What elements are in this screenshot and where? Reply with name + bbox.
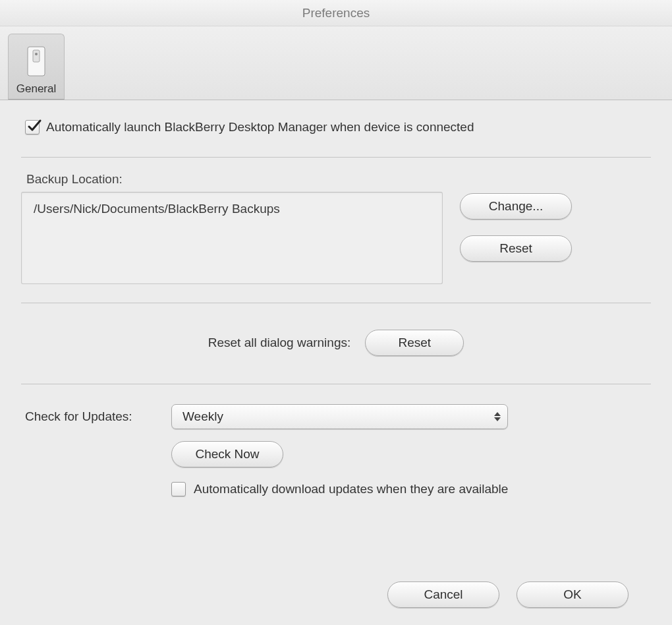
auto-download-label: Automatically download updates when they… [194,482,508,496]
switch-icon [22,43,51,80]
toolbar-tab-label: General [16,82,56,96]
preferences-window: Preferences General Automatically launch… [0,0,672,625]
backup-section: Backup Location: /Users/Nick/Documents/B… [21,158,651,303]
auto-download-checkbox[interactable] [171,482,186,496]
reset-warnings-button[interactable]: Reset [365,330,464,356]
updates-row: Check for Updates: Weekly Check Now [21,404,651,496]
backup-path-box: /Users/Nick/Documents/BlackBerry Backups [21,192,443,284]
svg-rect-1 [33,50,40,62]
update-frequency-value: Weekly [182,409,223,424]
reset-backup-button-label: Reset [499,241,532,256]
auto-launch-label: Automatically launch BlackBerry Desktop … [46,120,474,134]
ok-button-label: OK [563,587,581,602]
popup-arrows-icon [491,412,501,421]
check-now-label: Check Now [195,447,259,461]
auto-launch-checkbox[interactable] [25,120,40,134]
check-now-button[interactable]: Check Now [171,441,283,467]
toolbar-tab-general[interactable]: General [8,34,65,100]
change-button[interactable]: Change... [460,193,572,220]
window-title: Preferences [302,6,370,20]
backup-row: /Users/Nick/Documents/BlackBerry Backups… [21,192,651,284]
backup-location-label: Backup Location: [26,172,651,187]
change-button-label: Change... [489,199,543,214]
cancel-button[interactable]: Cancel [387,581,499,608]
toolbar: General [0,26,672,100]
reset-warnings-button-label: Reset [398,336,431,350]
reset-warnings-label: Reset all dialog warnings: [208,336,351,350]
updates-controls: Weekly Check Now Automatically down [171,404,508,496]
content: Automatically launch BlackBerry Desktop … [0,100,672,625]
footer: Cancel OK [21,567,651,625]
reset-warnings-row: Reset all dialog warnings: Reset [21,303,651,384]
svg-point-2 [35,53,38,55]
ok-button[interactable]: OK [517,581,629,608]
auto-launch-row: Automatically launch BlackBerry Desktop … [25,120,651,134]
reset-backup-button[interactable]: Reset [460,235,572,262]
updates-label: Check for Updates: [25,404,157,424]
update-frequency-popup[interactable]: Weekly [171,404,508,429]
backup-buttons: Change... Reset [460,192,572,262]
titlebar: Preferences [0,0,672,26]
updates-section: Check for Updates: Weekly Check Now [21,384,651,496]
cancel-button-label: Cancel [424,587,462,602]
backup-path-text: /Users/Nick/Documents/BlackBerry Backups [34,202,280,216]
auto-download-row: Automatically download updates when they… [171,482,508,496]
